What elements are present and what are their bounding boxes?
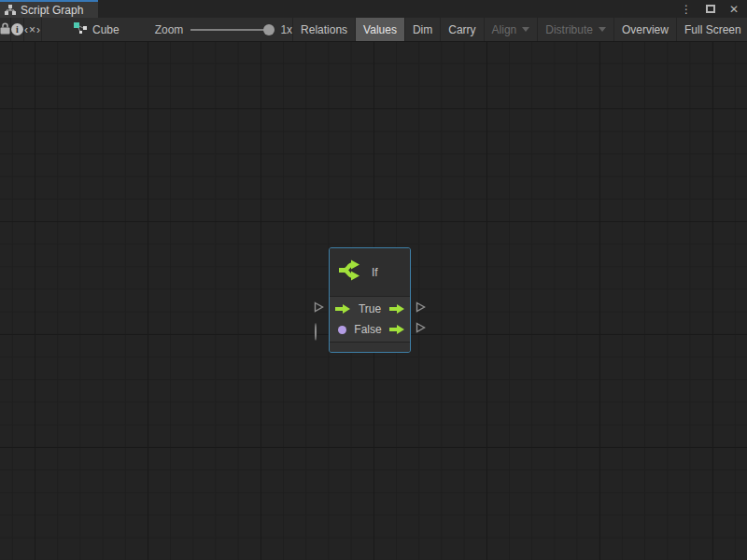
condition-value-connection-port[interactable] <box>315 324 317 341</box>
maximize-icon[interactable] <box>706 5 715 13</box>
relations-button[interactable]: Relations <box>292 18 355 41</box>
graph-canvas[interactable]: If True False <box>0 42 747 560</box>
true-output-port[interactable] <box>389 304 404 314</box>
flow-input-port[interactable] <box>335 304 350 314</box>
carry-button[interactable]: Carry <box>440 18 483 41</box>
tab-script-graph[interactable]: Script Graph <box>0 0 98 18</box>
if-node-footer <box>330 342 410 352</box>
graph-reference[interactable]: Cube <box>63 18 131 41</box>
tab-bar: Script Graph ⋮ ✕ <box>0 0 747 18</box>
graph-name-label: Cube <box>92 23 120 36</box>
more-menu-icon[interactable]: ⋮ <box>681 4 692 15</box>
close-icon[interactable]: ✕ <box>729 4 739 15</box>
script-graph-window: Script Graph ⋮ ✕ i ‹×› <box>0 0 747 560</box>
chevron-down-icon <box>599 27 606 32</box>
false-port-row: False <box>330 319 410 340</box>
branch-icon <box>338 259 363 285</box>
toolbar-button-group: Relations Values Dim Carry Align Distrib… <box>292 18 747 41</box>
align-dropdown[interactable]: Align <box>484 18 538 41</box>
false-port-label: False <box>346 323 389 336</box>
tab-title: Script Graph <box>21 4 83 17</box>
true-port-label: True <box>350 302 389 315</box>
distribute-dropdown[interactable]: Distribute <box>537 18 613 41</box>
values-button[interactable]: Values <box>355 18 404 41</box>
zoom-slider-thumb[interactable] <box>263 24 275 35</box>
graph-toolbar: i ‹×› Cube Zoom 1x Rel <box>0 18 747 42</box>
condition-value-port[interactable] <box>335 326 346 334</box>
window-controls: ⋮ ✕ <box>681 0 747 18</box>
zoom-value: 1x <box>280 23 292 36</box>
zoom-label: Zoom <box>155 23 184 36</box>
dim-button[interactable]: Dim <box>404 18 440 41</box>
true-port-row: True <box>330 299 410 319</box>
graph-hierarchy-icon <box>5 5 16 15</box>
lock-button[interactable] <box>0 18 11 41</box>
chevron-down-icon <box>522 27 529 32</box>
full-screen-button[interactable]: Full Screen <box>676 18 747 41</box>
value-port-circle-icon <box>315 323 317 341</box>
script-graph-asset-icon <box>74 22 87 36</box>
ports-toggle-button[interactable]: ‹×› <box>24 18 42 41</box>
flow-input-connection-port[interactable] <box>314 301 324 313</box>
false-output-connection-port[interactable] <box>416 322 426 333</box>
info-button[interactable]: i <box>11 18 24 41</box>
zoom-slider[interactable] <box>190 29 273 31</box>
zoom-control: Zoom 1x <box>155 18 292 41</box>
overview-button[interactable]: Overview <box>613 18 676 41</box>
value-port-dot-icon <box>338 326 346 334</box>
info-icon: i <box>11 23 23 35</box>
angle-brackets-x-icon: ‹×› <box>24 23 41 36</box>
true-output-connection-port[interactable] <box>416 301 426 313</box>
node-title: If <box>372 266 378 279</box>
false-output-port[interactable] <box>389 325 404 334</box>
if-node-body: True False <box>330 297 410 342</box>
if-node[interactable]: If True False <box>329 247 411 353</box>
if-node-header[interactable]: If <box>330 248 410 297</box>
lock-icon <box>0 22 10 37</box>
